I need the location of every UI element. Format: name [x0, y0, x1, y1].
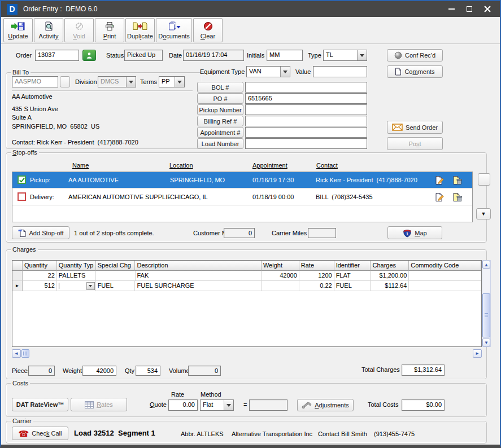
order-number-input[interactable]: 13037 [35, 50, 79, 61]
value-input[interactable] [313, 66, 367, 77]
equipment-dropdown-arrow-icon[interactable] [280, 67, 290, 77]
cell-quantity[interactable]: 512 [23, 281, 57, 291]
close-icon [484, 6, 491, 12]
pickup-complete-checkbox[interactable] [18, 175, 26, 184]
bol-number-label: BOL # [212, 84, 229, 91]
load-number-button[interactable]: Load Number [197, 138, 243, 149]
scroll-left-icon: ◄ [14, 351, 19, 356]
customer-lookup-button[interactable] [82, 50, 96, 61]
division-dropdown-arrow-icon [126, 77, 136, 87]
update-button[interactable]: Update [3, 18, 33, 42]
cell-charges[interactable]: $112.64 [371, 281, 409, 291]
cell-rate[interactable]: 1200 [299, 271, 334, 281]
cell-special-chg[interactable]: FUEL [96, 281, 136, 291]
cell-charges[interactable]: $1,200.00 [371, 271, 409, 281]
cell-quantity-type-combo[interactable] [57, 281, 96, 291]
stopoff-kind: Delivery: [30, 194, 54, 200]
scroll-up-button[interactable]: ▲ [482, 261, 490, 269]
load-number-input[interactable] [245, 138, 367, 149]
initials-input[interactable]: MM [267, 50, 303, 61]
cell-commodity-code[interactable] [409, 271, 481, 281]
stopoff-side-button[interactable] [478, 173, 490, 186]
terms-dropdown-arrow-icon[interactable] [175, 77, 184, 87]
edit-stopoff-button[interactable] [434, 175, 446, 186]
col-quantity-type[interactable]: Quantity Typ [57, 261, 96, 271]
charges-horizontal-scrollbar[interactable]: ◄ ► [12, 349, 482, 358]
charge-row-active[interactable]: ► 512 FUEL FUEL SURCHARGE 0.22 FUEL $112… [12, 281, 481, 291]
type-dropdown-arrow-icon[interactable] [357, 50, 367, 60]
print-button[interactable]: Print [95, 18, 124, 42]
cell-weight[interactable] [262, 281, 299, 291]
pickup-number-input[interactable] [245, 104, 367, 115]
duplicate-button[interactable]: Duplicate [125, 18, 155, 42]
stopoff-row-delivery[interactable]: Delivery: AMERICAN AUTOMOTIVE SUPPLIES C… [12, 189, 472, 205]
col-rate[interactable]: Rate [299, 261, 334, 271]
scrollbar-thumb[interactable] [21, 349, 29, 358]
cell-identifier[interactable]: FLAT [334, 271, 371, 281]
minimize-button[interactable] [442, 2, 460, 16]
cell-dropdown-arrow-icon[interactable] [86, 282, 95, 290]
close-button[interactable] [478, 2, 496, 16]
stopoff-row-pickup[interactable]: Pickup: AA AUTOMOTIVE SPRINGFIELD, MO 01… [12, 172, 472, 188]
equipment-type-dropdown[interactable]: VAN [246, 66, 290, 77]
customer-miles-field[interactable]: 0 [224, 228, 255, 238]
billing-ref-button[interactable]: Billing Ref # [197, 116, 243, 126]
scroll-down-button[interactable]: ▼ [482, 339, 490, 346]
cell-description[interactable]: FAK [136, 271, 262, 281]
send-order-button[interactable]: Send Order [387, 121, 443, 134]
scroll-left-button[interactable]: ◄ [12, 349, 21, 358]
documents-button[interactable]: Documents [156, 18, 192, 42]
quote-rate-input[interactable]: 0.00 [168, 399, 198, 411]
check-call-button[interactable]: ☎ Check Call [12, 427, 68, 440]
col-special-chg[interactable]: Special Chg [96, 261, 136, 271]
charge-row[interactable]: 22 PALLETS FAK 42000 1200 FLAT $1,200.00 [12, 271, 481, 281]
method-dropdown[interactable]: Flat [200, 399, 234, 411]
cell-quantity-type[interactable]: PALLETS [57, 271, 96, 281]
comments-button[interactable]: Comments [387, 65, 443, 78]
activity-button[interactable]: Activity [34, 18, 63, 42]
cell-quantity[interactable]: 22 [23, 271, 57, 281]
adjustments-button[interactable]: Adjustments [297, 399, 354, 411]
charges-vertical-scrollbar[interactable]: ▲ ▼ [482, 260, 491, 347]
billing-ref-input[interactable] [245, 116, 367, 126]
bol-number-input[interactable] [245, 82, 367, 93]
cell-commodity-code[interactable] [409, 281, 481, 291]
map-button[interactable]: 1 Map [387, 226, 442, 239]
terms-dropdown[interactable]: PP [159, 76, 185, 87]
expand-stopoffs-button[interactable]: ▼ [476, 208, 491, 219]
cell-identifier[interactable]: FUEL [334, 281, 371, 291]
maximize-button[interactable] [460, 2, 478, 16]
clear-button[interactable]: Clear [193, 18, 223, 42]
cell-special-chg[interactable] [96, 271, 136, 281]
col-description[interactable]: Description [135, 261, 261, 271]
po-number-input[interactable]: 6515665 [245, 93, 367, 104]
carrier-miles-field[interactable] [308, 228, 336, 238]
add-stopoff-button[interactable]: Add Stop-off [12, 226, 69, 239]
delete-stopoff-button[interactable] [451, 192, 464, 203]
delete-stopoff-button[interactable] [451, 175, 464, 186]
edit-stopoff-button[interactable] [434, 192, 446, 203]
scrollbar-thumb[interactable] [482, 293, 490, 337]
cell-weight[interactable]: 42000 [262, 271, 299, 281]
cell-description[interactable]: FUEL SURCHARGE [135, 281, 261, 291]
method-dropdown-arrow-icon[interactable] [224, 400, 233, 410]
col-charges[interactable]: Charges [371, 261, 409, 271]
scroll-right-button[interactable]: ► [473, 349, 482, 358]
po-number-button[interactable]: PO # [197, 93, 243, 104]
col-weight[interactable]: Weight [262, 261, 299, 271]
bill-to-code-input[interactable]: AASPMO [12, 76, 58, 87]
bill-to-lookup-button[interactable] [60, 76, 70, 87]
conf-recd-button[interactable]: Conf Rec'd [387, 49, 443, 62]
pickup-number-button[interactable]: Pickup Number [197, 104, 243, 115]
dat-rateview-button[interactable]: DAT RateView™ [12, 398, 68, 411]
delivery-complete-checkbox[interactable] [18, 192, 26, 201]
col-quantity[interactable]: Quantity [23, 261, 57, 271]
appointment-number-input[interactable] [245, 127, 367, 138]
type-dropdown[interactable]: TL [323, 50, 367, 61]
current-row-arrow-icon: ► [15, 283, 20, 288]
cell-rate[interactable]: 0.22 [299, 281, 334, 291]
col-identifier[interactable]: Identifier [334, 261, 371, 271]
bol-number-button[interactable]: BOL # [197, 82, 243, 93]
col-commodity-code[interactable]: Commodity Code [409, 261, 481, 271]
appointment-number-button[interactable]: Appointment # [197, 127, 243, 138]
